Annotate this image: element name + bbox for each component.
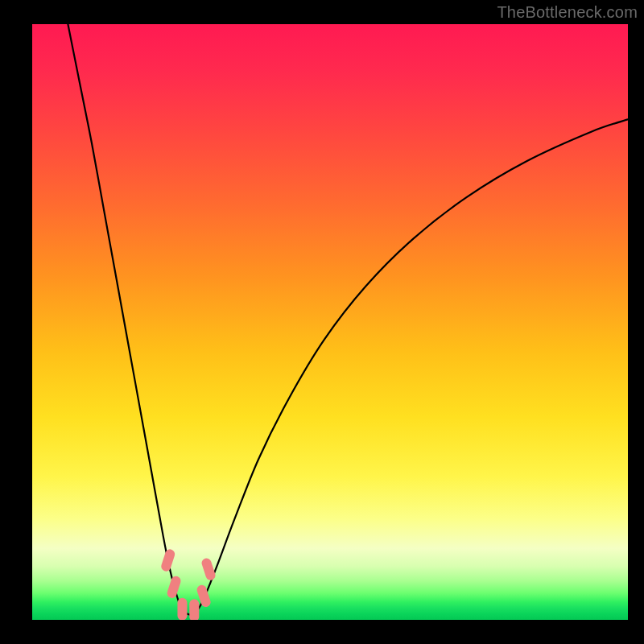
optimum-markers (160, 548, 217, 620)
plot-area (32, 24, 628, 620)
bottleneck-curve-svg (32, 24, 628, 620)
chart-frame: TheBottleneck.com (0, 0, 644, 644)
bottleneck-curve (68, 24, 628, 614)
attribution-label: TheBottleneck.com (497, 3, 638, 22)
optimum-marker (189, 599, 199, 620)
optimum-marker (166, 575, 182, 599)
optimum-marker (200, 557, 217, 581)
optimum-marker (177, 598, 187, 620)
optimum-marker (160, 548, 176, 572)
